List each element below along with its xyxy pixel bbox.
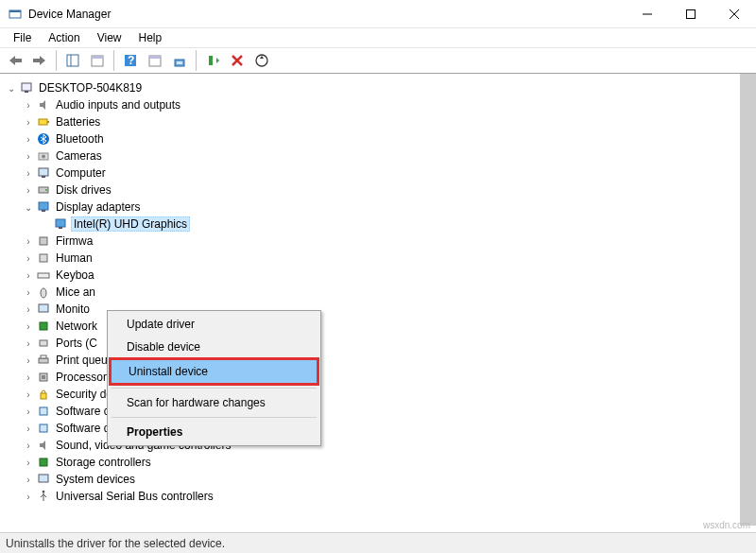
svg-rect-50 bbox=[40, 424, 47, 432]
expand-icon[interactable]: ⌄ bbox=[23, 202, 34, 213]
audio-icon bbox=[36, 97, 51, 112]
svg-point-28 bbox=[42, 155, 45, 159]
svg-rect-37 bbox=[40, 237, 47, 245]
system-icon bbox=[36, 472, 51, 487]
expand-icon[interactable]: › bbox=[23, 321, 34, 332]
expand-icon[interactable]: › bbox=[23, 304, 34, 315]
scan-button[interactable] bbox=[144, 49, 166, 72]
show-hide-tree-button[interactable] bbox=[61, 49, 84, 72]
tree-root[interactable]: ⌄ DESKTOP-504K819 bbox=[4, 79, 752, 96]
tree-item-display-adapters[interactable]: ⌄Display adapters bbox=[4, 199, 752, 216]
context-menu-uninstall-device[interactable]: Uninstall device bbox=[112, 360, 317, 383]
expand-icon[interactable]: › bbox=[23, 287, 34, 298]
expand-icon[interactable]: › bbox=[23, 372, 34, 383]
svg-rect-22 bbox=[22, 83, 31, 91]
context-menu-scan[interactable]: Scan for hardware changes bbox=[110, 391, 318, 414]
svg-rect-43 bbox=[40, 340, 47, 346]
expand-icon[interactable]: › bbox=[23, 100, 34, 111]
svg-rect-3 bbox=[687, 9, 696, 18]
computer-icon bbox=[36, 165, 51, 181]
expand-icon[interactable]: › bbox=[23, 185, 34, 196]
cpu-icon bbox=[36, 370, 51, 385]
sound-icon bbox=[36, 438, 51, 453]
menu-help[interactable]: Help bbox=[131, 29, 170, 46]
context-menu-disable-device[interactable]: Disable device bbox=[110, 336, 318, 358]
properties-button[interactable] bbox=[86, 49, 109, 72]
svg-rect-42 bbox=[40, 322, 47, 330]
expand-icon[interactable]: › bbox=[23, 338, 34, 349]
tree-item-disk-drives[interactable]: ›Disk drives bbox=[4, 181, 752, 199]
tree-item-keyboards[interactable]: ›Keyboa bbox=[4, 267, 752, 284]
expand-icon[interactable]: › bbox=[23, 134, 34, 145]
maximize-button[interactable] bbox=[669, 0, 713, 28]
tree-item-bluetooth[interactable]: ›Bluetooth bbox=[4, 130, 752, 147]
uninstall-button[interactable] bbox=[226, 49, 249, 72]
expand-icon[interactable]: › bbox=[23, 253, 34, 264]
tree-item-system[interactable]: ›System devices bbox=[4, 471, 752, 488]
svg-rect-7 bbox=[33, 59, 40, 62]
expand-icon[interactable]: › bbox=[23, 270, 34, 281]
svg-rect-15 bbox=[149, 56, 161, 59]
tree-item-hid[interactable]: ›Human bbox=[4, 250, 752, 267]
expand-icon[interactable]: › bbox=[23, 406, 34, 417]
tree-item-batteries[interactable]: ›Batteries bbox=[4, 113, 752, 130]
security-icon bbox=[36, 387, 51, 402]
tree-item-cameras[interactable]: ›Cameras bbox=[4, 147, 752, 164]
port-icon bbox=[36, 336, 51, 351]
svg-rect-29 bbox=[39, 168, 48, 176]
expand-icon[interactable]: › bbox=[23, 151, 34, 162]
expand-icon[interactable]: › bbox=[23, 117, 34, 128]
expand-icon[interactable]: › bbox=[23, 389, 34, 400]
device-tree[interactable]: ⌄ DESKTOP-504K819 ›Audio inputs and outp… bbox=[0, 74, 756, 526]
camera-icon bbox=[36, 148, 51, 164]
tree-item-usb[interactable]: ›Universal Serial Bus controllers bbox=[4, 488, 752, 505]
mouse-icon bbox=[36, 285, 51, 300]
svg-text:?: ? bbox=[128, 54, 134, 67]
enable-button[interactable] bbox=[201, 49, 224, 72]
svg-rect-41 bbox=[39, 304, 48, 312]
expand-icon[interactable]: › bbox=[23, 475, 34, 485]
status-text: Uninstalls the driver for the selected d… bbox=[6, 537, 225, 550]
expand-icon[interactable]: › bbox=[23, 168, 34, 179]
expand-icon[interactable]: › bbox=[23, 355, 34, 366]
scan-hardware-button[interactable] bbox=[250, 49, 273, 72]
forward-button[interactable] bbox=[28, 49, 51, 72]
disk-icon bbox=[36, 182, 51, 198]
title-bar: Device Manager bbox=[0, 0, 756, 28]
printer-icon bbox=[36, 353, 51, 368]
vertical-scrollbar[interactable] bbox=[740, 74, 756, 526]
tree-item-computer[interactable]: ›Computer bbox=[4, 164, 752, 181]
expand-icon[interactable]: › bbox=[23, 236, 34, 247]
expand-icon[interactable]: › bbox=[23, 423, 34, 434]
tree-item-mice[interactable]: ›Mice an bbox=[4, 284, 752, 301]
menu-view[interactable]: View bbox=[90, 29, 129, 46]
tree-item-storage[interactable]: ›Storage controllers bbox=[4, 454, 752, 471]
menu-file[interactable]: File bbox=[6, 29, 39, 46]
svg-rect-18 bbox=[209, 56, 213, 65]
svg-rect-34 bbox=[42, 210, 45, 212]
minimize-button[interactable] bbox=[626, 0, 669, 28]
watermark: wsxdn.com bbox=[703, 520, 750, 530]
expand-icon[interactable]: › bbox=[23, 492, 34, 502]
menu-bar: File Action View Help bbox=[0, 28, 756, 47]
close-button[interactable] bbox=[713, 0, 756, 28]
svg-rect-47 bbox=[42, 375, 45, 379]
expand-icon[interactable]: ⌄ bbox=[6, 83, 17, 94]
context-menu-update-driver[interactable]: Update driver bbox=[110, 313, 318, 336]
back-button[interactable] bbox=[4, 49, 26, 72]
context-menu-properties[interactable]: Properties bbox=[110, 421, 318, 443]
tree-item-firmware[interactable]: ›Firmwa bbox=[4, 233, 752, 250]
update-driver-button[interactable] bbox=[168, 49, 191, 72]
firmware-icon bbox=[36, 233, 51, 249]
usb-icon bbox=[36, 489, 51, 504]
svg-rect-52 bbox=[39, 475, 48, 482]
window-controls bbox=[626, 0, 756, 28]
expand-icon[interactable]: › bbox=[23, 458, 34, 468]
help-button[interactable]: ? bbox=[119, 49, 142, 72]
tree-item-audio[interactable]: ›Audio inputs and outputs bbox=[4, 96, 752, 113]
expand-icon[interactable]: › bbox=[23, 441, 34, 451]
tree-item-intel-graphics[interactable]: Intel(R) UHD Graphics bbox=[4, 216, 752, 233]
display-icon bbox=[36, 199, 51, 215]
menu-action[interactable]: Action bbox=[41, 29, 87, 46]
svg-rect-17 bbox=[177, 61, 182, 64]
